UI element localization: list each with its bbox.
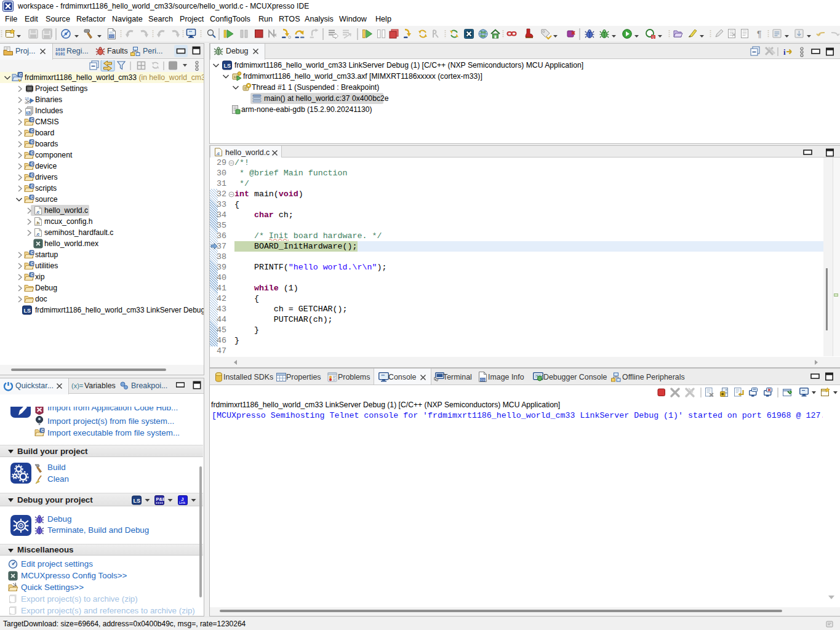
svg-text:0101: 0101 [55, 52, 65, 57]
svg-text:Link: Link [179, 501, 185, 504]
svg-text:i: i [783, 47, 786, 57]
svg-text:P&E: P&E [156, 496, 165, 502]
svg-text:010: 010 [110, 34, 115, 38]
svg-text:C: C [19, 73, 22, 77]
svg-text:¶: ¶ [757, 29, 762, 39]
svg-text:Q: Q [652, 35, 655, 39]
svg-text:1010: 1010 [55, 48, 65, 52]
svg-text:.c: .c [216, 151, 220, 156]
svg-text:010: 010 [481, 378, 486, 381]
